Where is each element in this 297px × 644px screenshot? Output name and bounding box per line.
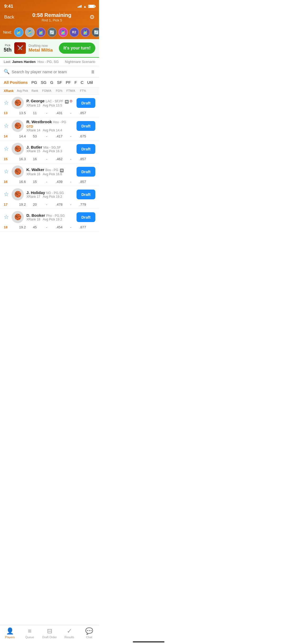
queue-team-5[interactable]: 🎽 (58, 27, 68, 37)
col-header-ftpct[interactable]: FT% (77, 89, 86, 93)
stat-avgpick-3: 16.6 (15, 180, 30, 184)
player-info-row: ☆ 🏀 K. Walker Bos - PG 📰 XRank 16 Avg Pi… (0, 163, 99, 179)
player-info-row: ☆ 🏀 J. Holiday NO - PG,SG XRank 17 Avg P… (0, 186, 99, 201)
drafting-now-label: Drafting now (29, 44, 53, 48)
stat-avgpick-0: 13.5 (15, 111, 30, 115)
battery-icon (88, 5, 95, 8)
news-icon: 📰 (65, 100, 69, 104)
draft-queue: Next: 🎽 🎽 🎽 🔄 🎽 R2 🎽 🔄 🎽 🎽 (0, 25, 99, 39)
draft-button-3[interactable]: Draft (77, 167, 95, 177)
player-team-2: Mia - SG,SF (43, 146, 61, 149)
queue-team-7[interactable]: 🎽 (81, 27, 90, 37)
col-header-ftma[interactable]: FTM/A (65, 89, 77, 93)
column-headers: XRank Avg Pick Rank FGM/A FG% FTM/A FT% (0, 88, 99, 95)
player-xrank-row-3: XRank 16 Avg Pick 16.6 (26, 172, 74, 176)
tab-util[interactable]: Util (87, 80, 93, 85)
header-center: 0:58 Remaining Rnd 1, Pick 5 (32, 12, 71, 22)
player-lastname: Butler (31, 145, 42, 149)
queue-team-2[interactable]: 🎽 (25, 27, 35, 37)
player-stats-row-0: 13 13.5 11 - .431 - .857 (0, 110, 99, 117)
stat-avgpick-4: 19.2 (15, 203, 30, 206)
stat-ftpct-3: .857 (77, 180, 86, 184)
player-firstname: K. (26, 167, 31, 172)
player-firstname: R. (26, 119, 31, 124)
draft-button-0[interactable]: Draft (77, 98, 95, 108)
stat-ftma-3: - (65, 180, 77, 184)
queue-team-r2[interactable]: R2 (69, 27, 79, 37)
player-photo-2: 🏀 (12, 143, 24, 155)
favorite-star-4[interactable]: ☆ (4, 191, 9, 198)
tab-c[interactable]: C (81, 80, 83, 85)
player-status: GTD (26, 125, 33, 128)
col-header-avgpick[interactable]: Avg Pick (15, 89, 30, 93)
stat-ftpct-1: .675 (77, 134, 86, 138)
player-details-4: J. Holiday NO - PG,SG XRank 17 Avg Pick … (26, 190, 74, 199)
player-name-2: J. Butler Mia - SG,SF (26, 145, 74, 149)
tab-pg[interactable]: PG (31, 80, 37, 85)
favorite-star-5[interactable]: ☆ (4, 214, 9, 220)
draft-button-2[interactable]: Draft (77, 144, 95, 154)
stat-fgpct-3: .439 (53, 180, 65, 184)
player-firstname: J. (26, 145, 31, 149)
player-card-4: ☆ 🏀 J. Holiday NO - PG,SG XRank 17 Avg P… (0, 186, 99, 209)
drafting-banner: Pick 5th ⚔️ Drafting now Metal Miltia It… (0, 39, 99, 58)
favorite-star-3[interactable]: ☆ (4, 168, 9, 175)
col-header-xrank[interactable]: XRank (4, 89, 15, 93)
tab-pf[interactable]: PF (66, 80, 71, 85)
col-header-fgma[interactable]: FGM/A (40, 89, 53, 93)
status-time: 9:41 (4, 4, 13, 9)
tab-g[interactable]: G (50, 80, 53, 85)
player-stats-row-4: 17 19.2 20 - .478 - .779 (0, 201, 99, 209)
player-details-2: J. Butler Mia - SG,SF XRank 15 Avg Pick … (26, 145, 74, 153)
search-input[interactable] (12, 70, 88, 74)
last-team-name: Nightmare Scenario (65, 60, 95, 64)
stat-fgma-3: - (40, 180, 53, 184)
col-header-rank[interactable]: Rank (30, 89, 40, 93)
stat-ftma-0: - (65, 111, 77, 115)
stat-ftma-5: - (65, 225, 77, 229)
queue-team-8[interactable]: 🔄 (92, 27, 99, 37)
stat-rank-3: 15 (30, 180, 40, 184)
stat-rank-0: 11 (30, 111, 40, 115)
next-label: Next: (3, 30, 12, 34)
tab-sg[interactable]: SG (41, 80, 47, 85)
search-row: 🔍 ⫼ (0, 66, 99, 77)
queue-team-1[interactable]: 🎽 (14, 27, 23, 37)
player-name-4: J. Holiday NO - PG,SG (26, 190, 74, 195)
player-stats-row-2: 15 16.3 16 - .462 - .857 (0, 156, 99, 163)
position-tabs: All Positions PG SG G SF PF F C Util (0, 77, 99, 88)
player-name-1: R. Westbrook Hou - PG GTD (26, 119, 74, 128)
stat-rank-5: 45 (30, 225, 40, 229)
last-player-name: James Harden (12, 60, 36, 64)
stat-fgpct-5: .454 (53, 225, 65, 229)
tab-f[interactable]: F (74, 80, 77, 85)
queue-team-4[interactable]: 🔄 (47, 27, 57, 37)
draft-button-1[interactable]: Draft (77, 121, 95, 131)
player-xrank-row-5: XRank 18 Avg Pick 19.2 (26, 218, 74, 221)
player-xrank-row-1: XRank 14 Avg Pick 14.4 (26, 128, 74, 132)
stat-fgma-4: - (40, 203, 53, 206)
player-photo-0: 🏀 (12, 97, 24, 109)
player-details-1: R. Westbrook Hou - PG GTD XRank 14 Avg P… (26, 119, 74, 132)
favorite-star-1[interactable]: ☆ (4, 122, 9, 129)
col-header-fgpct[interactable]: FG% (53, 89, 65, 93)
favorite-star-0[interactable]: ☆ (4, 99, 9, 106)
tab-sf[interactable]: SF (57, 80, 62, 85)
your-turn-button[interactable]: It's your turn! (59, 43, 95, 54)
tab-all-positions[interactable]: All Positions (4, 80, 28, 85)
player-photo-1: 🏀 (12, 120, 24, 132)
player-lastname: Holiday (31, 190, 45, 195)
stat-fgma-0: - (40, 111, 53, 115)
queue-team-3[interactable]: 🎽 (36, 27, 46, 37)
draft-button-5[interactable]: Draft (77, 212, 95, 222)
player-details-3: K. Walker Bos - PG 📰 XRank 16 Avg Pick 1… (26, 167, 74, 176)
status-bar: 9:41 ▲ (0, 0, 99, 11)
player-info-row: ☆ 🏀 R. Westbrook Hou - PG GTD XRank 14 A… (0, 117, 99, 133)
signal-icon (78, 5, 82, 8)
back-button[interactable]: Back (4, 15, 14, 20)
filter-icon[interactable]: ⫼ (91, 69, 95, 75)
draft-button-4[interactable]: Draft (77, 190, 95, 199)
settings-icon[interactable]: ⚙ (89, 14, 95, 21)
stat-xrank-0: 13 (4, 111, 15, 115)
favorite-star-2[interactable]: ☆ (4, 145, 9, 152)
